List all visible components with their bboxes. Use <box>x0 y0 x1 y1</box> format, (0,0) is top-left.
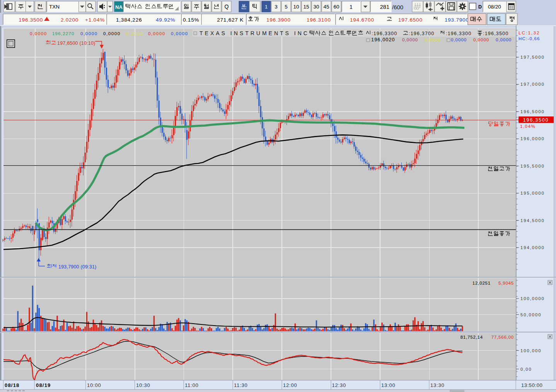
svg-text:194.6700: 194.6700 <box>350 17 374 23</box>
svg-text:0,0000: 0,0000 <box>451 37 467 42</box>
svg-text:193,7900 (09:31): 193,7900 (09:31) <box>58 264 96 270</box>
svg-text:13:50:00: 13:50:00 <box>521 382 542 388</box>
svg-text:3: 3 <box>275 4 278 10</box>
svg-text:0.15%: 0.15% <box>183 17 199 23</box>
svg-text:5: 5 <box>285 4 288 10</box>
svg-text:08/18: 08/18 <box>5 382 20 388</box>
svg-text:LC:1,32: LC:1,32 <box>518 31 540 35</box>
svg-text:196.3100: 196.3100 <box>307 17 331 23</box>
svg-text:10:00: 10:00 <box>87 382 101 388</box>
svg-text:281: 281 <box>380 4 389 10</box>
svg-text:60: 60 <box>333 4 339 10</box>
svg-text:0,0000: 0,0000 <box>473 37 489 42</box>
svg-text:196.3900: 196.3900 <box>266 17 291 23</box>
svg-text:30: 30 <box>313 4 319 10</box>
svg-text:1: 1 <box>265 4 268 10</box>
svg-text:49.92%: 49.92% <box>156 17 176 23</box>
svg-text:0,0000: 0,0000 <box>402 37 418 42</box>
svg-text:2.0200: 2.0200 <box>61 17 78 23</box>
svg-text:195,0000: 195,0000 <box>520 191 545 195</box>
svg-text::196,3300: :196,3300 <box>372 31 397 36</box>
svg-text:11:00: 11:00 <box>185 382 199 388</box>
svg-text:100,0000: 100,0000 <box>520 296 545 301</box>
svg-text:0,00: 0,00 <box>520 367 532 372</box>
svg-text:197,5000: 197,5000 <box>520 55 545 59</box>
svg-text:50,0000: 50,0000 <box>520 312 541 317</box>
svg-text:197,0000: 197,0000 <box>520 82 545 87</box>
svg-text:08/19: 08/19 <box>36 382 51 388</box>
svg-text:+1.04%: +1.04% <box>85 17 105 23</box>
svg-text:193.7900: 193.7900 <box>445 17 469 23</box>
svg-text:HC:-0,66: HC:-0,66 <box>518 36 540 41</box>
svg-text:12:00: 12:00 <box>283 382 297 388</box>
svg-text:08/20: 08/20 <box>488 4 501 10</box>
svg-text:Q: Q <box>225 3 229 10</box>
svg-text:195,5000: 195,5000 <box>520 164 545 168</box>
svg-text:196,5000: 196,5000 <box>520 109 545 114</box>
svg-text:271,627 K: 271,627 K <box>217 17 244 23</box>
svg-text:0,0000: 0,0000 <box>148 31 165 36</box>
svg-text:D: D <box>478 4 482 10</box>
svg-text:TEXAS INSTRUMENTS INC: TEXAS INSTRUMENTS INC <box>200 30 309 36</box>
svg-text:196,3500: 196,3500 <box>523 117 549 123</box>
svg-text:81,752,14: 81,752,14 <box>460 335 483 339</box>
svg-text:12:30: 12:30 <box>332 382 346 388</box>
svg-text:45: 45 <box>323 4 329 10</box>
svg-text:13:30: 13:30 <box>430 382 445 388</box>
svg-text::196,3500: :196,3500 <box>483 31 508 36</box>
svg-text:15: 15 <box>303 4 309 10</box>
svg-text:11:30: 11:30 <box>234 382 248 388</box>
svg-text:0,0000: 0,0000 <box>425 37 440 42</box>
svg-text:196,2270: 196,2270 <box>52 31 75 36</box>
svg-text:0,0000: 0,0000 <box>103 31 121 36</box>
svg-text:5,9045: 5,9045 <box>498 281 514 285</box>
svg-text:10:30: 10:30 <box>136 382 150 388</box>
svg-text::196,3300: :196,3300 <box>446 31 471 36</box>
svg-text:194,0000: 194,0000 <box>520 245 545 250</box>
svg-text:0,0000: 0,0000 <box>30 31 47 36</box>
svg-text:13:00: 13:00 <box>381 382 396 388</box>
svg-text:1: 1 <box>350 4 353 10</box>
svg-text:1,04%: 1,04% <box>520 124 536 129</box>
svg-text:197.6500: 197.6500 <box>398 17 423 23</box>
svg-text:TXN: TXN <box>49 4 60 10</box>
svg-text::196,3700: :196,3700 <box>409 31 434 36</box>
svg-text:194,5000: 194,5000 <box>520 218 545 223</box>
svg-text:196,0000: 196,0000 <box>520 136 545 141</box>
svg-text:0,0000: 0,0000 <box>80 31 98 36</box>
svg-text:100,000: 100,000 <box>520 348 541 353</box>
svg-text:196,0020: 196,0020 <box>371 37 395 42</box>
svg-text:12,0251: 12,0251 <box>472 281 491 285</box>
svg-text:NA: NA <box>115 4 123 10</box>
svg-text:0,0000: 0,0000 <box>496 37 512 42</box>
svg-text:0,0000: 0,0000 <box>171 31 188 36</box>
svg-text:77,566,00: 77,566,00 <box>491 335 514 339</box>
svg-text:/600: /600 <box>392 4 403 10</box>
svg-text:1,384,226: 1,384,226 <box>116 17 142 23</box>
svg-text:0,0000: 0,0000 <box>126 31 143 36</box>
svg-text:196.3500: 196.3500 <box>19 17 43 23</box>
svg-text:197,6500 (10:10): 197,6500 (10:10) <box>57 41 95 46</box>
svg-text:10: 10 <box>293 4 299 10</box>
